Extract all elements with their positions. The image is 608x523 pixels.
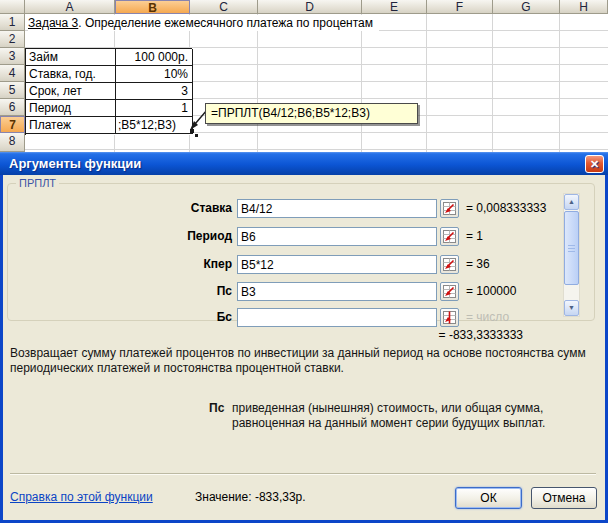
task-number-text: Задача 3	[28, 16, 78, 30]
range-select-icon	[443, 285, 456, 298]
arg-row-nper: Кпер = 36	[3, 255, 563, 274]
arg-result-pv: = 100000	[466, 282, 516, 301]
arg-label-nper: Кпер	[3, 255, 232, 274]
function-name-label: ПРПЛТ	[16, 177, 59, 190]
cell-b3[interactable]: 100 000р.	[116, 49, 193, 66]
arg-result-fv: = число	[466, 308, 509, 327]
scroll-up-button[interactable]: ▲	[564, 194, 579, 210]
range-select-button[interactable]	[440, 255, 459, 274]
arg-label-pv: Пс	[3, 282, 232, 301]
column-header-a[interactable]: A	[25, 0, 115, 14]
row-header-7-selected[interactable]: 7	[0, 116, 25, 133]
arg-label-fv: Бс	[3, 308, 232, 327]
column-header-f[interactable]: F	[427, 0, 493, 14]
arg-input-rate[interactable]	[237, 199, 437, 218]
close-icon: ✕	[590, 158, 599, 170]
dialog-title: Аргументы функции	[9, 156, 141, 171]
arg-label-per: Период	[3, 227, 232, 246]
scroll-down-icon: ▼	[568, 304, 575, 311]
row-header-5[interactable]: 5	[0, 82, 25, 99]
cell-b6[interactable]: 1	[116, 100, 193, 117]
arg-row-fv: Бс = число	[3, 308, 563, 327]
args-scrollbar[interactable]: ▲ ▼	[563, 193, 580, 317]
help-link[interactable]: Справка по этой функции	[10, 490, 153, 504]
arg-result-nper: = 36	[466, 255, 490, 274]
close-button[interactable]: ✕	[585, 155, 604, 173]
range-select-button[interactable]	[440, 308, 459, 327]
arg-input-pv[interactable]	[237, 282, 437, 301]
separator	[10, 473, 596, 475]
arg-result-rate: = 0,008333333	[466, 199, 546, 218]
arg-label-rate: Ставка	[3, 199, 232, 218]
column-header-c[interactable]: C	[190, 0, 258, 14]
range-select-button[interactable]	[440, 282, 459, 301]
row-header-2[interactable]: 2	[0, 31, 25, 48]
function-description: Возвращает сумму платежей процентов по и…	[10, 346, 596, 376]
cancel-button[interactable]: Отмена	[531, 487, 597, 509]
argument-help-text: приведенная (нынешняя) стоимость, или об…	[232, 401, 601, 431]
scroll-down-button[interactable]: ▼	[564, 300, 579, 316]
scroll-up-icon: ▲	[568, 198, 575, 205]
cell-a3[interactable]: Займ	[26, 49, 116, 66]
select-all-corner[interactable]	[0, 0, 25, 14]
arg-row-per: Период = 1	[3, 227, 563, 246]
range-select-button[interactable]	[440, 199, 459, 218]
column-header-h[interactable]: H	[560, 0, 608, 14]
arg-input-per[interactable]	[237, 227, 437, 246]
value-result-text: Значение: -833,33р.	[195, 490, 306, 504]
arg-result-per: = 1	[466, 227, 483, 246]
arg-input-fv[interactable]	[237, 308, 437, 327]
cell-a4[interactable]: Ставка, год.	[26, 66, 116, 83]
function-arguments-dialog: Аргументы функции ✕ ПРПЛТ Ставка = 0,008…	[0, 152, 608, 523]
spreadsheet: A B C D E F G H 1 2 3 4 5 6 7 8 Задача 3…	[0, 0, 608, 152]
arg-row-rate: Ставка = 0,008333333	[3, 199, 563, 218]
column-header-b-selected[interactable]: B	[115, 0, 190, 14]
column-header-d[interactable]: D	[258, 0, 362, 14]
task-title-text: . Определение ежемесячного платежа по пр…	[78, 16, 373, 30]
formula-result: = -833,3333333	[439, 328, 523, 342]
row-header-6[interactable]: 6	[0, 99, 25, 116]
data-range-a3-b7: Займ 100 000р. Ставка, год. 10% Срок, ле…	[25, 48, 192, 135]
cell-a7[interactable]: Платеж	[26, 117, 116, 134]
cell-b7-editing[interactable]: ;B5*12;B3)	[116, 117, 193, 134]
ok-button[interactable]: ОК	[455, 487, 522, 509]
row-header-8[interactable]: 8	[0, 133, 25, 152]
dialog-titlebar[interactable]: Аргументы функции ✕	[0, 152, 608, 175]
argument-help-name: Пс	[209, 401, 229, 416]
arg-row-pv: Пс = 100000	[3, 282, 563, 301]
cell-a1-title[interactable]: Задача 3. Определение ежемесячного плате…	[28, 15, 379, 31]
range-select-icon	[443, 230, 456, 243]
column-header-g[interactable]: G	[493, 0, 560, 14]
screen: A B C D E F G H 1 2 3 4 5 6 7 8 Задача 3…	[0, 0, 608, 523]
cell-b5[interactable]: 3	[116, 83, 193, 100]
range-select-icon	[443, 311, 456, 324]
argument-help: Пс приведенная (нынешняя) стоимость, или…	[209, 401, 601, 431]
range-select-button[interactable]	[440, 227, 459, 246]
row-header-4[interactable]: 4	[0, 65, 25, 82]
row-header-3[interactable]: 3	[0, 48, 25, 65]
cell-a5[interactable]: Срок, лет	[26, 83, 116, 100]
range-select-icon	[443, 258, 456, 271]
arg-input-nper[interactable]	[237, 255, 437, 274]
formula-tooltip: =ПРПЛТ(B4/12;B6;B5*12;B3)	[205, 103, 418, 124]
cell-a6[interactable]: Период	[26, 100, 116, 117]
dialog-body: ПРПЛТ Ставка = 0,008333333 Период = 1	[3, 175, 605, 520]
cell-b4[interactable]: 10%	[116, 66, 193, 83]
column-header-e[interactable]: E	[362, 0, 427, 14]
row-header-1[interactable]: 1	[0, 14, 25, 31]
range-select-icon	[443, 202, 456, 215]
scrollbar-thumb[interactable]	[564, 211, 579, 285]
